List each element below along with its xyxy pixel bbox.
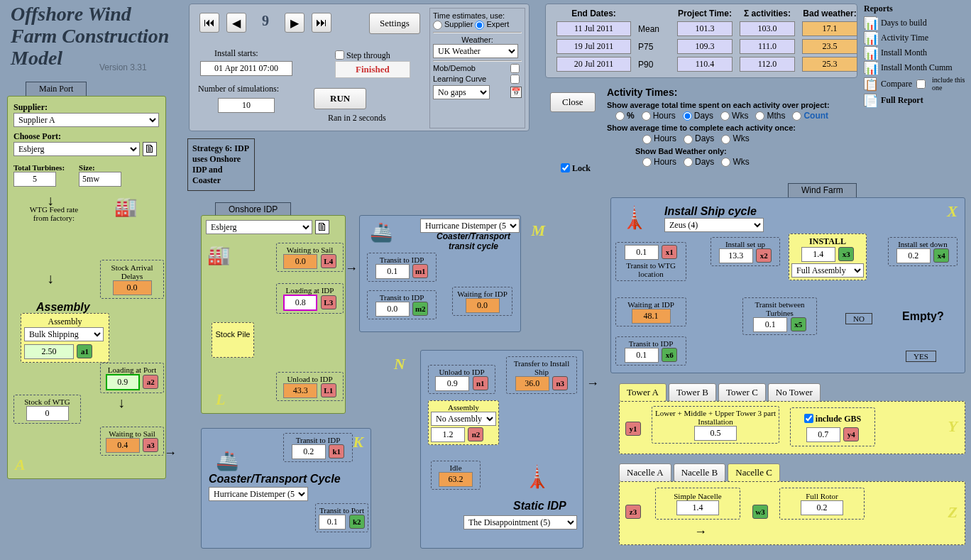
wks-radio[interactable] — [720, 111, 730, 121]
step-check[interactable] — [335, 50, 344, 60]
finished: Finished — [335, 61, 410, 78]
idp-port-sel[interactable]: Esbjerg — [206, 220, 312, 234]
numsim-lbl: Number of simulations: — [198, 84, 279, 94]
l4-chip[interactable]: L4 — [321, 254, 336, 268]
kship-sel[interactable]: Hurricane Distemper (5) — [209, 487, 308, 501]
a1-chip[interactable]: a1 — [77, 344, 92, 358]
x6-chip[interactable]: x6 — [662, 348, 677, 362]
port-sel[interactable]: Esbjerg — [13, 142, 140, 156]
rep-activity[interactable]: Activity Time — [881, 33, 928, 43]
static-sel[interactable]: The Disappointment (5) — [463, 515, 577, 529]
ship-icon: 🚢 — [216, 450, 238, 472]
hrs3-radio[interactable] — [642, 158, 652, 167]
mob-check[interactable] — [510, 64, 520, 73]
rep-full[interactable]: Full Report — [881, 95, 923, 106]
n1-chip[interactable]: n1 — [473, 376, 488, 390]
sim-num: 9 — [253, 13, 278, 33]
nac-c-tab[interactable]: Nacelle C — [728, 463, 780, 482]
rep-cumm[interactable]: Install Month Cumm — [881, 62, 953, 73]
gaps-sel[interactable]: No gaps — [433, 85, 490, 99]
settings-btn[interactable]: Settings — [369, 13, 420, 34]
x5-chip[interactable]: x5 — [791, 317, 806, 331]
y4-chip[interactable]: y4 — [843, 427, 859, 441]
lc-check[interactable] — [510, 75, 520, 84]
install-sel[interactable]: Full Assembly — [791, 263, 864, 278]
rep-compare[interactable]: Compare — [881, 79, 912, 89]
tower-b-tab[interactable]: Tower B — [669, 383, 716, 402]
wf-ship-sel[interactable]: Zeus (4) — [664, 218, 764, 232]
m1-chip[interactable]: m1 — [412, 264, 428, 278]
nac-b-tab[interactable]: Nacelle B — [674, 463, 726, 482]
wks3-radio[interactable] — [721, 158, 730, 167]
gbs-check[interactable] — [804, 414, 813, 423]
no-tower-tab[interactable]: No Tower — [768, 383, 821, 402]
compare-icon: 📋 — [864, 77, 877, 90]
last-btn[interactable]: ⏭ — [312, 13, 331, 33]
w3-chip[interactable]: w3 — [752, 505, 768, 519]
x1-chip[interactable]: x1 — [662, 245, 677, 259]
install-starts[interactable]: 01 Apr 2011 07:00 — [200, 61, 292, 76]
factory-icon: 🏭 — [207, 244, 230, 266]
y1-chip[interactable]: y1 — [625, 422, 641, 436]
next-btn[interactable]: ▶ — [285, 13, 305, 33]
rep-days[interactable]: Days to build — [881, 18, 927, 28]
numsim-val[interactable]: 10 — [218, 98, 275, 113]
wks2-radio[interactable] — [721, 135, 730, 144]
arrow-right-icon: → — [586, 376, 599, 391]
days3-radio[interactable] — [684, 158, 693, 167]
chart-icon: 📊 — [864, 16, 877, 29]
days2-radio[interactable] — [684, 135, 693, 144]
idp-details-icon[interactable]: 🗎 — [315, 220, 329, 234]
chart-icon: 📊 — [864, 61, 877, 74]
expert-radio[interactable] — [475, 21, 484, 30]
arrow-right-icon: → — [694, 525, 707, 539]
nass-sel[interactable]: No Assembly — [431, 412, 496, 426]
count-radio[interactable] — [792, 111, 801, 121]
lock-check[interactable] — [561, 163, 570, 172]
wf-tab: Wind Farm — [788, 183, 857, 198]
k1-chip[interactable]: k1 — [329, 444, 344, 459]
platform-icon: 🗼 — [524, 464, 550, 489]
assembly-sel[interactable]: Bulk Shipping — [24, 327, 104, 341]
x2-chip[interactable]: x2 — [756, 248, 772, 263]
close-btn[interactable]: Close — [550, 92, 596, 112]
tower-c-tab[interactable]: Tower C — [718, 383, 766, 402]
nac-a-tab[interactable]: Nacelle A — [619, 463, 671, 482]
ship-icon: 🚢 — [370, 221, 393, 243]
port-details-icon[interactable]: 🗎 — [143, 142, 157, 156]
first-btn[interactable]: ⏮ — [199, 13, 219, 33]
hrs2-radio[interactable] — [642, 135, 652, 144]
x4-chip[interactable]: x4 — [933, 248, 949, 263]
arrow-down-icon: ↓ — [118, 395, 125, 411]
run-btn[interactable]: RUN — [314, 88, 366, 109]
arrow-down-icon: ↓ — [47, 192, 54, 209]
l3-chip[interactable]: L3 — [321, 295, 336, 309]
l1-chip[interactable]: L1 — [321, 383, 336, 397]
k2-chip[interactable]: k2 — [349, 515, 365, 529]
stockpile: Stock Pile — [212, 322, 254, 358]
mship-sel[interactable]: Hurricane Distemper (5) — [420, 219, 520, 233]
a2-chip[interactable]: a2 — [143, 375, 158, 389]
mainport-tab: Main Port — [26, 82, 87, 97]
calendar-icon[interactable]: 📅 — [510, 87, 522, 98]
a3-chip[interactable]: a3 — [143, 438, 158, 452]
supplier-radio[interactable] — [433, 21, 442, 30]
mths-radio[interactable] — [755, 111, 764, 121]
arrow-right-icon: → — [164, 446, 177, 461]
prev-btn[interactable]: ◀ — [226, 13, 246, 33]
weather-sel[interactable]: UK Weather — [433, 44, 518, 58]
pct-radio[interactable] — [615, 111, 625, 121]
hrs-radio[interactable] — [642, 111, 651, 121]
rep-month[interactable]: Install Month — [881, 48, 927, 58]
platform-icon: 🗼 — [621, 205, 647, 230]
days-radio[interactable] — [683, 111, 692, 121]
x3-chip[interactable]: x3 — [838, 247, 854, 261]
include-check[interactable] — [916, 79, 926, 89]
z3-chip[interactable]: z3 — [625, 505, 641, 519]
m2-chip[interactable]: m2 — [412, 302, 428, 316]
tower-a-tab[interactable]: Tower A — [619, 383, 666, 402]
n3-chip[interactable]: n3 — [552, 376, 568, 390]
n2-chip[interactable]: n2 — [468, 427, 483, 441]
supplier-sel[interactable]: Supplier A — [13, 113, 159, 127]
chart-icon: 📊 — [864, 46, 877, 59]
